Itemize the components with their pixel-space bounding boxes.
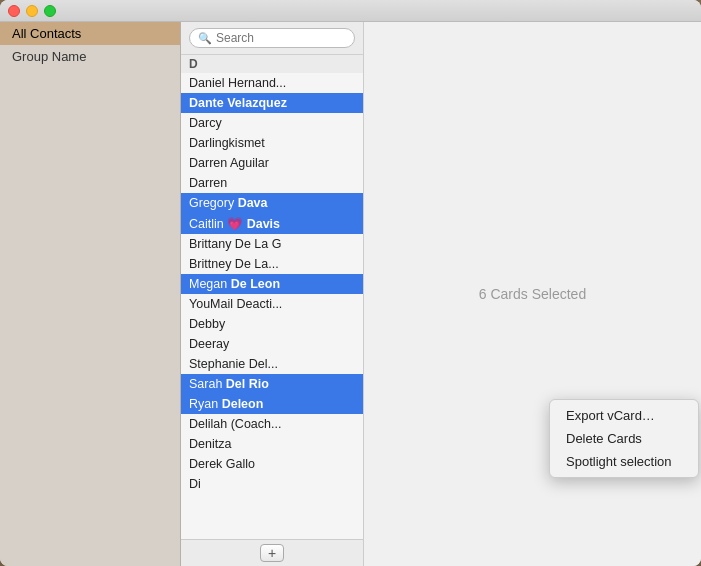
section-label-d: D — [181, 55, 363, 73]
list-item[interactable]: Debby — [181, 314, 363, 334]
context-menu-export-vcard[interactable]: Export vCard… — [550, 404, 698, 427]
sidebar-item-all-contacts[interactable]: All Contacts — [0, 22, 180, 45]
list-item[interactable]: Darcy — [181, 113, 363, 133]
close-button[interactable] — [8, 5, 20, 17]
search-icon: 🔍 — [198, 32, 212, 45]
list-item[interactable]: Darren — [181, 173, 363, 193]
list-item[interactable]: Di — [181, 474, 363, 494]
list-item[interactable]: Caitlin 💗 Davis — [181, 213, 363, 234]
contacts-panel: 🔍 D Daniel Hernand... Dante Velazquez Da… — [181, 22, 364, 566]
content-area: All Contacts Group Name 🔍 D Daniel Herna… — [0, 22, 701, 566]
contacts-list: D Daniel Hernand... Dante Velazquez Darc… — [181, 55, 363, 539]
maximize-button[interactable] — [44, 5, 56, 17]
search-input[interactable] — [216, 31, 346, 45]
list-item[interactable]: Brittany De La G — [181, 234, 363, 254]
search-bar: 🔍 — [181, 22, 363, 55]
add-contact-button[interactable]: + — [260, 544, 284, 562]
main-panel: 6 Cards Selected Export vCard… Delete Ca… — [364, 22, 701, 566]
list-item[interactable]: Darlingkismet — [181, 133, 363, 153]
cards-selected-text: 6 Cards Selected — [479, 286, 586, 302]
search-input-wrapper[interactable]: 🔍 — [189, 28, 355, 48]
contacts-footer: + — [181, 539, 363, 566]
titlebar — [0, 0, 701, 22]
list-item[interactable]: Stephanie Del... — [181, 354, 363, 374]
traffic-lights — [8, 5, 56, 17]
list-item[interactable]: Darren Aguilar — [181, 153, 363, 173]
list-item[interactable]: Sarah Del Rio — [181, 374, 363, 394]
minimize-button[interactable] — [26, 5, 38, 17]
list-item[interactable]: Ryan Deleon — [181, 394, 363, 414]
group-name-label: Group Name — [12, 49, 86, 64]
all-contacts-label: All Contacts — [12, 26, 81, 41]
list-item[interactable]: Brittney De La... — [181, 254, 363, 274]
contacts-window: All Contacts Group Name 🔍 D Daniel Herna… — [0, 0, 701, 566]
list-item[interactable]: Megan De Leon — [181, 274, 363, 294]
list-item[interactable]: Delilah (Coach... — [181, 414, 363, 434]
sidebar-item-group-name[interactable]: Group Name — [0, 45, 180, 68]
list-item[interactable]: Daniel Hernand... — [181, 73, 363, 93]
sidebar: All Contacts Group Name — [0, 22, 181, 566]
list-item[interactable]: Deeray — [181, 334, 363, 354]
list-item[interactable]: Denitza — [181, 434, 363, 454]
list-item[interactable]: Derek Gallo — [181, 454, 363, 474]
context-menu-delete-cards[interactable]: Delete Cards — [550, 427, 698, 450]
list-item[interactable]: Gregory Dava — [181, 193, 363, 213]
list-item[interactable]: YouMail Deacti... — [181, 294, 363, 314]
context-menu-spotlight[interactable]: Spotlight selection — [550, 450, 698, 473]
context-menu: Export vCard… Delete Cards Spotlight sel… — [549, 399, 699, 478]
list-item[interactable]: Dante Velazquez — [181, 93, 363, 113]
